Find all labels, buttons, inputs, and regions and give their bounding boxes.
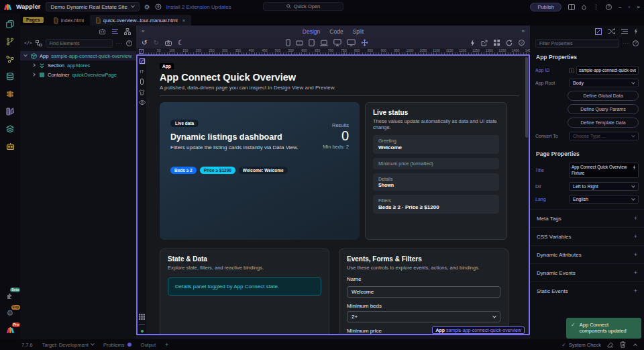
layers-icon[interactable] [5,124,15,134]
toast-notification[interactable]: ✓ App Connect components updated [566,318,641,339]
stack-properties-icon[interactable] [621,28,628,34]
device-widescreen-icon[interactable] [347,39,356,46]
database-icon[interactable] [5,71,15,81]
tab-design[interactable]: Design [303,28,320,35]
grid-toggle-icon[interactable] [139,314,145,320]
dynamic-bolt-icon[interactable] [633,165,636,170]
bolt-actions-icon[interactable] [470,40,475,46]
move-resize-icon[interactable] [361,39,368,46]
tree-row-container[interactable]: Container quickOverviewPage [20,70,136,79]
code-view-icon[interactable]: </> [24,40,32,46]
project-selector[interactable]: Demo Dynamic Real Estate Site [46,2,140,11]
system-check-button[interactable]: ✓ System Check [561,342,601,348]
visibility-eye-icon[interactable] [139,100,146,105]
install-updates-link[interactable]: Install 2 Extension Updates [166,4,231,10]
kebab-menu-icon[interactable]: ⋮ [593,3,599,10]
define-global-data-button[interactable]: Define Global Data [568,91,639,101]
help-icon[interactable]: ? [606,4,612,10]
device-tablet-icon[interactable] [309,39,315,46]
tab-index-html[interactable]: index.html [48,15,90,26]
screenshot-camera-icon[interactable] [165,40,172,46]
settings-gear-icon[interactable]: ⚙ [144,3,150,11]
title-input[interactable]: App Connect Quick Overview Fixture [569,163,639,178]
expand-chevron-icon[interactable] [23,53,28,57]
app-id-input[interactable] [576,66,639,75]
collapsed-chevron-icon[interactable] [32,63,36,67]
workflows-icon[interactable] [5,54,15,64]
collapse-statusbar-icon[interactable] [632,343,639,346]
close-button[interactable]: × [637,4,640,10]
tab-split[interactable]: Split [353,28,364,35]
filter-properties-input[interactable] [535,39,619,48]
section-static-events[interactable]: Static Events + [530,281,644,300]
text-size-icon[interactable]: tT [140,69,144,74]
section-dynamic-attributes[interactable]: Dynamic Attributes + [530,245,644,263]
lang-select[interactable]: English [569,195,639,204]
collapsed-chevron-icon[interactable] [32,73,36,77]
ai-bot-icon[interactable] [99,28,106,35]
plus-icon[interactable]: + [634,269,637,276]
theme-droplet-icon[interactable] [582,4,586,10]
experimental-gear-icon[interactable]: ⚙ Exp [5,308,15,318]
section-meta-tags[interactable]: Meta Tags + [530,209,644,227]
styles-shirt-icon[interactable] [139,89,145,95]
section-css-variables[interactable]: CSS Variables + [530,227,644,245]
layout-columns-icon[interactable] [568,4,575,10]
maximize-button[interactable]: ▫ [628,4,630,10]
ruler-corner-edit-icon[interactable] [136,48,146,54]
routes-signpost-icon[interactable] [5,89,15,99]
tree-view-icon[interactable] [36,40,42,46]
redo-icon[interactable]: ↻ [153,40,158,46]
device-laptop-icon[interactable] [320,40,328,46]
tree-row-section[interactable]: Section appStores [20,60,136,70]
plus-icon[interactable]: + [634,288,637,294]
name-input[interactable] [347,286,500,298]
git-branch-icon[interactable] [5,36,15,46]
device-phone-landscape-icon[interactable] [296,40,303,46]
device-phone-icon[interactable] [286,39,290,46]
trash-icon[interactable] [620,341,626,348]
target-selector[interactable]: Target: Development [42,342,94,348]
plus-icon[interactable]: + [634,251,637,258]
undo-icon[interactable]: ↺ [142,40,147,46]
info-icon[interactable]: i [569,68,574,73]
list-view-icon[interactable] [112,28,118,34]
spacing-icon[interactable] [140,79,144,85]
tree-row-app[interactable]: App sample-app-connect-quick-overview [20,51,136,60]
open-in-browser-icon[interactable] [481,40,488,46]
edit-inplace-icon[interactable] [139,58,146,64]
device-desktop-icon[interactable] [333,39,341,46]
plus-icon[interactable]: + [634,215,637,222]
props-more-icon[interactable]: ··· [623,41,629,46]
eraser-icon[interactable] [607,342,614,348]
props-help-icon[interactable]: ? [633,40,639,46]
plus-icon[interactable]: + [634,233,637,240]
tab-code[interactable]: Code [329,28,343,35]
apps-grid-icon[interactable] [494,40,500,46]
shuffle-icon[interactable] [608,28,615,34]
sitemap-icon[interactable] [124,28,131,35]
design-help-icon[interactable]: ? [519,40,525,46]
design-palette-icon[interactable] [5,106,15,116]
design-canvas[interactable]: App App Connect Quick Overview A polishe… [146,56,529,334]
add-panel-button[interactable]: + [165,341,168,348]
convert-to-select[interactable]: Choose Type ... [569,132,639,140]
pages-panel-icon[interactable] [5,19,15,29]
section-dynamic-events[interactable]: Dynamic Events + [530,263,644,281]
tab-quick-overview-html[interactable]: quick-overview--tour-manual.html × [90,15,191,26]
dir-select[interactable]: Left to Right [569,182,639,191]
edit-properties-icon[interactable] [595,28,602,35]
output-button[interactable]: Output [141,342,156,348]
define-query-params-button[interactable]: Define Query Params [568,104,639,114]
ai-assistant-icon[interactable] [5,141,15,151]
quick-open-search[interactable]: Quick Open [263,2,343,11]
refresh-icon[interactable] [506,40,513,46]
find-elements-input[interactable] [46,39,113,48]
extensions-puzzle-icon[interactable]: Beta [5,290,15,300]
wappler-pro-icon[interactable]: Pro [5,325,15,335]
minimize-button[interactable]: – [619,4,621,10]
pages-mode-badge[interactable]: Pages [23,17,44,23]
app-root-select[interactable]: Body [569,79,639,87]
dark-mode-moon-icon[interactable]: ☾ [178,40,184,46]
update-cloud-icon[interactable] [155,3,162,10]
